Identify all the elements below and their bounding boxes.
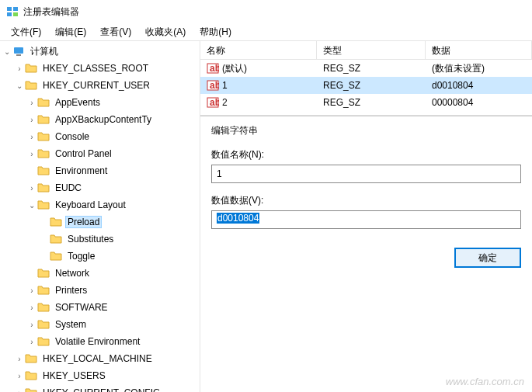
expand-icon[interactable]: › xyxy=(26,304,37,312)
edit-string-dialog: 编辑字符串 数值名称(N): 数值数据(V): d0010804 确定 xyxy=(200,116,532,279)
list-row[interactable]: ab1REG_SZd0010804 xyxy=(200,77,532,94)
col-name[interactable]: 名称 xyxy=(200,41,317,59)
expand-icon[interactable]: ⌄ xyxy=(26,201,37,210)
svg-text:ab: ab xyxy=(210,63,219,74)
value-list-pane: 名称 类型 数据 ab(默认)REG_SZ(数值未设置)ab1REG_SZd00… xyxy=(200,41,532,392)
expand-icon[interactable]: › xyxy=(14,389,25,393)
folder-icon xyxy=(37,199,50,211)
string-value-icon: ab xyxy=(207,96,219,109)
tree-label: HKEY_LOCAL_MACHINE xyxy=(40,352,155,365)
svg-rect-4 xyxy=(14,47,23,54)
tree-volenv[interactable]: ›Volatile Environment xyxy=(0,333,200,350)
tree-hku[interactable]: ›HKEY_USERS xyxy=(0,367,200,384)
value-data: 00000804 xyxy=(426,97,532,108)
tree-label: Network xyxy=(53,267,92,279)
value-name: 2 xyxy=(222,97,228,108)
tree-kbd[interactable]: ⌄Keyboard Layout xyxy=(0,196,200,213)
expand-icon[interactable]: › xyxy=(26,321,37,329)
folder-icon xyxy=(37,284,50,297)
tree-eudc[interactable]: ›EUDC xyxy=(0,179,200,196)
tree-system[interactable]: ›System xyxy=(0,316,200,333)
expand-icon[interactable]: › xyxy=(26,150,37,158)
selected-text: d0010804 xyxy=(217,213,259,224)
tree-toggle[interactable]: ·Toggle xyxy=(0,248,200,265)
ok-button[interactable]: 确定 xyxy=(454,248,521,268)
menu-bar: 文件(F) 编辑(E) 查看(V) 收藏夹(A) 帮助(H) xyxy=(0,23,532,40)
list-body[interactable]: ab(默认)REG_SZ(数值未设置)ab1REG_SZd0010804ab2R… xyxy=(200,60,532,111)
folder-icon xyxy=(50,216,62,228)
menu-help[interactable]: 帮助(H) xyxy=(193,24,238,40)
tree-hklm[interactable]: ›HKEY_LOCAL_MACHINE xyxy=(0,350,200,367)
folder-icon xyxy=(37,267,50,279)
tree-software[interactable]: ›SOFTWARE xyxy=(0,299,200,316)
folder-icon xyxy=(25,62,37,75)
list-row[interactable]: ab(默认)REG_SZ(数值未设置) xyxy=(200,60,532,77)
folder-icon xyxy=(37,130,50,143)
tree-hkcc[interactable]: ›HKEY_CURRENT_CONFIG xyxy=(0,384,200,392)
folder-icon xyxy=(37,147,50,160)
tree-label: Console xyxy=(53,130,92,143)
svg-rect-0 xyxy=(7,7,12,11)
string-value-icon: ab xyxy=(207,79,219,92)
folder-icon xyxy=(37,96,50,109)
tree-preload[interactable]: ·Preload xyxy=(0,213,200,231)
string-value-icon: ab xyxy=(207,62,219,75)
menu-view[interactable]: 查看(V) xyxy=(94,24,137,40)
list-header: 名称 类型 数据 xyxy=(200,41,532,60)
expand-icon[interactable]: › xyxy=(14,372,25,380)
tree-label: System xyxy=(53,318,89,331)
tree-appx[interactable]: ›AppXBackupContentTy xyxy=(0,111,200,128)
tree-subst[interactable]: ·Substitutes xyxy=(0,231,200,248)
menu-file[interactable]: 文件(F) xyxy=(5,24,47,40)
tree-label: Environment xyxy=(53,165,110,177)
tree-hkcu[interactable]: ⌄ HKEY_CURRENT_USER xyxy=(0,77,200,94)
expand-icon[interactable]: ⌄ xyxy=(2,47,12,56)
value-name-input[interactable] xyxy=(211,165,521,183)
value-type: REG_SZ xyxy=(317,97,426,108)
dialog-title: 编辑字符串 xyxy=(211,124,521,137)
svg-text:ab: ab xyxy=(210,97,219,108)
expand-icon[interactable]: › xyxy=(14,64,25,73)
window-title: 注册表编辑器 xyxy=(23,5,79,19)
tree-root[interactable]: ⌄ 计算机 xyxy=(0,43,200,60)
value-data-label: 数值数据(V): xyxy=(211,194,521,207)
expand-icon[interactable]: › xyxy=(14,355,25,363)
tree-label: Printers xyxy=(53,284,89,297)
col-type[interactable]: 类型 xyxy=(317,41,426,59)
menu-favorites[interactable]: 收藏夹(A) xyxy=(139,24,192,40)
expand-icon[interactable]: ⌄ xyxy=(14,82,25,90)
value-type: REG_SZ xyxy=(317,63,426,74)
expand-icon[interactable]: › xyxy=(26,133,37,141)
expand-icon[interactable]: › xyxy=(26,184,37,193)
folder-icon xyxy=(50,233,62,245)
menu-edit[interactable]: 编辑(E) xyxy=(49,24,92,40)
expand-icon[interactable]: › xyxy=(26,99,37,107)
expand-icon[interactable]: › xyxy=(26,116,37,124)
tree-hkcr[interactable]: › HKEY_CLASSES_ROOT xyxy=(0,60,200,77)
tree-console[interactable]: ›Console xyxy=(0,128,200,145)
expand-icon[interactable]: › xyxy=(26,286,37,295)
value-name: 1 xyxy=(222,80,228,91)
folder-icon xyxy=(37,335,50,348)
title-bar: 注册表编辑器 xyxy=(0,0,532,23)
svg-rect-2 xyxy=(7,12,12,16)
tree-cpanel[interactable]: ›Control Panel xyxy=(0,145,200,162)
tree-label: EUDC xyxy=(53,182,84,194)
watermark: www.cfan.com.cn xyxy=(446,376,524,387)
folder-icon xyxy=(37,113,50,126)
computer-icon xyxy=(12,45,25,57)
registry-tree[interactable]: ⌄ 计算机 › HKEY_CLASSES_ROOT ⌄ HKEY_CURRENT… xyxy=(0,41,200,392)
tree-network[interactable]: ·Network xyxy=(0,265,200,282)
col-data[interactable]: 数据 xyxy=(426,41,532,59)
expand-icon[interactable]: › xyxy=(26,338,37,346)
list-row[interactable]: ab2REG_SZ00000804 xyxy=(200,94,532,111)
tree-label: HKEY_USERS xyxy=(40,369,108,382)
tree-env[interactable]: ·Environment xyxy=(0,162,200,179)
tree-label-selected: Preload xyxy=(65,216,102,228)
tree-appevents[interactable]: ›AppEvents xyxy=(0,94,200,111)
svg-rect-1 xyxy=(13,7,18,11)
tree-label: Substitutes xyxy=(65,233,116,245)
tree-label: AppXBackupContentTy xyxy=(53,113,154,126)
tree-printers[interactable]: ›Printers xyxy=(0,282,200,299)
value-data-input[interactable]: d0010804 xyxy=(211,210,521,229)
